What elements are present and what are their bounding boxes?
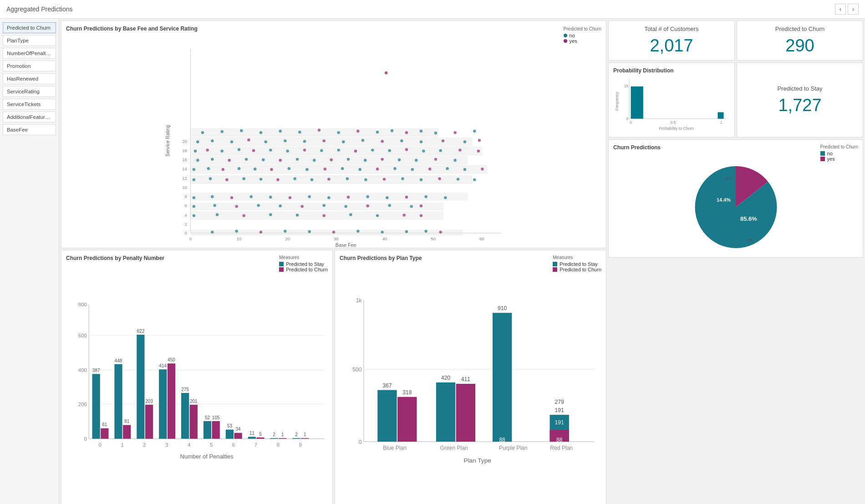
svg-text:20: 20 — [182, 139, 187, 144]
svg-point-135 — [230, 196, 233, 199]
svg-rect-22 — [191, 230, 463, 236]
svg-point-58 — [381, 140, 383, 143]
bar-penalty-legend-title: Measures — [279, 255, 328, 260]
svg-point-63 — [478, 139, 481, 142]
svg-point-117 — [209, 177, 212, 180]
svg-rect-251 — [292, 438, 300, 438]
svg-text:4: 4 — [188, 442, 191, 448]
svg-point-100 — [222, 168, 224, 171]
svg-point-96 — [434, 158, 437, 161]
predicted-churn-label: Predicted to Churn — [775, 25, 824, 32]
svg-point-112 — [428, 168, 431, 170]
svg-point-32 — [201, 131, 204, 134]
svg-text:448: 448 — [115, 358, 122, 363]
svg-point-86 — [262, 158, 265, 161]
svg-point-94 — [398, 158, 401, 161]
svg-rect-264 — [397, 397, 417, 442]
svg-text:Red Plan: Red Plan — [550, 445, 573, 451]
svg-point-128 — [401, 177, 404, 180]
svg-point-70 — [286, 150, 289, 153]
predicted-stay-value: 1,727 — [778, 96, 821, 115]
svg-text:2: 2 — [143, 442, 146, 448]
scatter-legend-yes-label: yes — [570, 38, 577, 44]
sidebar-item-additionalfeature[interactable]: AdditionalFeatureSp... — [3, 112, 56, 122]
svg-text:2: 2 — [185, 222, 187, 227]
svg-point-127 — [383, 178, 386, 180]
svg-point-104 — [288, 167, 290, 170]
svg-text:0: 0 — [630, 120, 632, 125]
svg-rect-217 — [145, 405, 153, 439]
svg-point-171 — [260, 231, 262, 234]
svg-point-159 — [193, 214, 195, 217]
svg-text:52: 52 — [205, 415, 210, 420]
svg-point-76 — [388, 149, 391, 152]
svg-text:Blue Plan: Blue Plan — [383, 445, 407, 451]
svg-point-153 — [322, 204, 325, 207]
prev-arrow[interactable]: ‹ — [835, 4, 846, 15]
svg-text:0: 0 — [185, 230, 187, 235]
svg-point-60 — [420, 140, 422, 143]
svg-point-64 — [194, 150, 197, 153]
svg-text:1: 1 — [121, 442, 123, 448]
sidebar-item-servicerating[interactable]: ServiceRating — [3, 86, 56, 97]
svg-point-148 — [213, 204, 216, 207]
svg-text:50: 50 — [431, 236, 436, 241]
svg-text:2: 2 — [273, 432, 275, 437]
svg-point-122 — [293, 177, 296, 180]
svg-point-39 — [337, 131, 340, 134]
svg-rect-231 — [204, 421, 211, 439]
svg-point-110 — [393, 167, 396, 170]
svg-text:Base Fee: Base Fee — [336, 242, 356, 248]
svg-point-116 — [193, 178, 195, 181]
svg-rect-247 — [279, 438, 286, 438]
sidebar-item-servicetickets[interactable]: ServiceTickets — [3, 99, 56, 110]
svg-point-81 — [477, 150, 480, 153]
svg-point-105 — [305, 168, 308, 171]
svg-point-162 — [269, 213, 272, 216]
svg-point-101 — [238, 167, 240, 170]
svg-point-45 — [434, 132, 437, 134]
svg-point-62 — [463, 140, 466, 143]
svg-text:6: 6 — [185, 203, 187, 208]
svg-rect-237 — [234, 433, 242, 439]
svg-point-102 — [254, 168, 256, 170]
sidebar-item-numpenalties[interactable]: NumberOfPenalties — [3, 48, 56, 59]
scatter-panel: Churn Predictions by Base Fee and Servic… — [61, 20, 606, 248]
sidebar-item-hasrenewed[interactable]: HasRenewed — [3, 73, 56, 84]
sidebar-item-plantype[interactable]: PlanType — [3, 35, 56, 46]
svg-point-51 — [247, 138, 250, 141]
svg-point-150 — [257, 204, 260, 207]
scatter-legend-no-label: no — [570, 33, 575, 38]
svg-point-131 — [457, 178, 459, 180]
svg-text:910: 910 — [498, 305, 507, 311]
svg-point-59 — [400, 139, 403, 142]
svg-text:1: 1 — [304, 432, 306, 437]
svg-text:10: 10 — [182, 185, 187, 190]
scatter-legend-yes: yes — [564, 38, 577, 44]
svg-text:Frequency: Frequency — [615, 92, 619, 111]
svg-point-42 — [391, 129, 393, 132]
svg-point-132 — [473, 178, 476, 181]
sidebar-item-basefee[interactable]: BaseFee — [3, 124, 56, 135]
content-area: Churn Predictions by Base Fee and Servic… — [59, 19, 865, 504]
svg-point-89 — [313, 159, 315, 162]
svg-rect-268 — [436, 382, 455, 442]
svg-point-44 — [420, 130, 422, 132]
svg-point-151 — [279, 204, 281, 207]
svg-point-98 — [193, 168, 195, 171]
scatter-legend-no: no — [564, 33, 575, 38]
svg-text:81: 81 — [124, 419, 130, 424]
svg-point-36 — [279, 130, 281, 132]
svg-point-145 — [424, 195, 427, 198]
svg-point-40 — [356, 130, 359, 132]
svg-text:60: 60 — [479, 236, 484, 241]
next-arrow[interactable]: › — [848, 4, 859, 15]
svg-rect-211 — [114, 364, 122, 439]
predicted-churn-value: 290 — [785, 36, 814, 56]
svg-point-46 — [453, 131, 456, 134]
sidebar-item-predicted-to-churn[interactable]: Predicted to Churn — [3, 22, 56, 33]
sidebar-item-promotion[interactable]: Promotion — [3, 61, 56, 71]
svg-point-50 — [230, 140, 233, 143]
svg-text:88: 88 — [499, 437, 505, 443]
svg-point-166 — [376, 214, 379, 217]
